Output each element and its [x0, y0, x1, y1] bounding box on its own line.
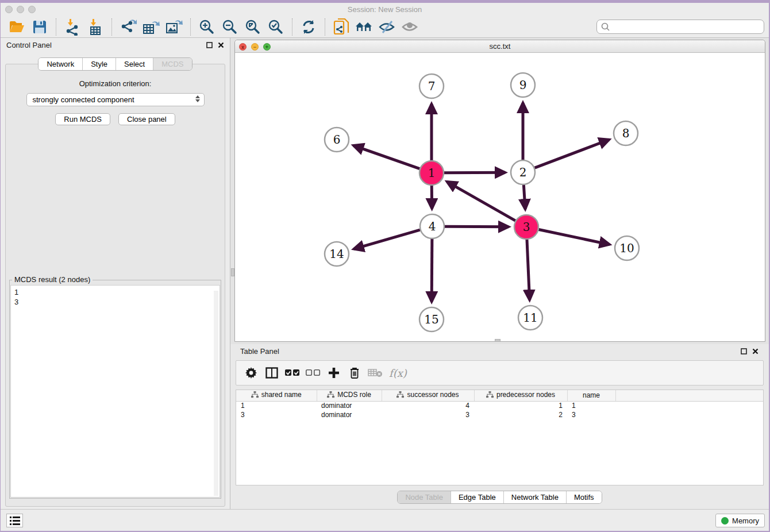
tab-motifs[interactable]: Motifs	[566, 491, 602, 503]
table-cell[interactable]: 1	[567, 401, 615, 410]
nested-networks-icon[interactable]	[355, 18, 374, 36]
close-window-icon[interactable]	[5, 6, 13, 13]
float-panel-icon[interactable]	[206, 42, 213, 48]
column-header-name[interactable]: name	[567, 390, 615, 401]
column-header-MCDS-role[interactable]: MCDS role	[317, 390, 382, 401]
network-maximize-icon[interactable]: +	[263, 43, 271, 51]
export-table-icon[interactable]	[141, 18, 161, 36]
graph-node-label-2: 2	[519, 165, 527, 179]
toolbar-separator	[56, 18, 56, 36]
close-panel-icon[interactable]	[218, 42, 224, 48]
graph-node-label-10: 10	[619, 241, 634, 255]
graph-edge-2-3[interactable]	[523, 185, 525, 209]
table-cell[interactable]: 3	[382, 410, 474, 419]
mcds-result-title: MCDS result (2 nodes)	[12, 275, 93, 284]
graph-edge-4-14[interactable]	[354, 230, 420, 249]
run-mcds-button[interactable]: Run MCDS	[55, 113, 110, 125]
graph-node-label-14: 14	[329, 247, 344, 261]
app-window: Session: New Session	[1, 3, 769, 531]
minimize-window-icon[interactable]	[17, 6, 24, 13]
tab-edge-table[interactable]: Edge Table	[451, 491, 503, 503]
zoom-selected-icon[interactable]	[266, 18, 286, 36]
import-network-icon[interactable]	[63, 18, 82, 36]
zoom-out-icon[interactable]	[220, 18, 240, 36]
float-table-panel-icon[interactable]	[741, 348, 747, 354]
tab-network[interactable]: Network	[38, 58, 82, 70]
result-line: 3	[14, 297, 216, 307]
table-row[interactable]: 3dominator323	[236, 410, 763, 419]
table-cell[interactable]: 3	[236, 410, 317, 419]
graph-edge-2-8[interactable]	[535, 140, 609, 168]
mcds-result-group: MCDS result (2 nodes) 1 3	[9, 280, 221, 499]
table-settings-icon[interactable]	[241, 364, 261, 381]
network-window-titlebar[interactable]: x − + scc.txt	[235, 40, 765, 53]
search-input[interactable]	[596, 20, 764, 34]
column-header-successor-nodes[interactable]: successor nodes	[382, 390, 474, 401]
graph-edge-4-15[interactable]	[432, 239, 432, 302]
graph-node-label-4: 4	[429, 219, 436, 233]
column-label: successor nodes	[407, 391, 459, 399]
table-cell[interactable]: 4	[382, 401, 474, 410]
window-title: Session: New Session	[1, 3, 769, 16]
graph-edge-3-10[interactable]	[539, 230, 610, 245]
save-session-icon[interactable]	[30, 18, 49, 36]
table-cell[interactable]: 2	[474, 410, 567, 419]
optimization-criterion-select[interactable]: strongly connected component	[26, 93, 205, 106]
table-cell[interactable]: 1	[474, 401, 567, 410]
zoom-in-icon[interactable]	[197, 18, 217, 36]
toggle-panel-icon[interactable]	[261, 364, 282, 381]
graph-edge-3-11[interactable]	[527, 240, 530, 300]
export-network-icon[interactable]	[118, 18, 138, 36]
table-cell[interactable]: dominator	[317, 401, 382, 410]
result-line: 1	[14, 287, 216, 297]
vertical-scrollbar-thumb[interactable]	[231, 268, 234, 276]
column-label: shared name	[261, 391, 302, 399]
result-scrollbar[interactable]	[214, 291, 218, 496]
column-header-predecessor-nodes[interactable]: predecessor nodes	[474, 390, 567, 401]
deselect-all-icon[interactable]	[303, 364, 324, 381]
network-minimize-icon[interactable]: −	[251, 43, 259, 51]
graph-edge-1-2[interactable]	[444, 172, 505, 173]
apply-function-icon[interactable]: f(x)	[389, 367, 407, 379]
fit-content-icon[interactable]	[243, 18, 263, 36]
graph-edge-4-3[interactable]	[445, 226, 509, 227]
close-table-panel-icon[interactable]	[752, 348, 759, 354]
table-cell[interactable]: 3	[567, 410, 615, 419]
copy-network-icon[interactable]	[332, 18, 351, 36]
column-header-shared-name[interactable]: shared name	[236, 390, 317, 401]
show-all-icon[interactable]	[401, 18, 420, 36]
zoom-window-icon[interactable]	[28, 6, 36, 13]
table-row[interactable]: 1dominator411	[236, 401, 763, 410]
optimization-criterion-label: Optimization criterion:	[6, 79, 225, 88]
delete-table-icon[interactable]	[365, 364, 386, 381]
table-cell[interactable]: dominator	[317, 410, 382, 419]
memory-button[interactable]: Memory	[715, 514, 765, 527]
import-table-icon[interactable]	[86, 18, 105, 36]
add-column-icon[interactable]	[324, 364, 344, 381]
network-close-icon[interactable]: x	[239, 43, 247, 51]
tab-node-table[interactable]: Node Table	[398, 491, 451, 503]
toolbar-separator	[325, 18, 325, 36]
network-canvas[interactable]: 7968124314101511	[235, 53, 765, 341]
table-panel-title: Table Panel	[240, 347, 279, 356]
open-file-icon[interactable]	[7, 18, 26, 36]
export-image-icon[interactable]	[164, 18, 184, 36]
table-cell[interactable]: 1	[236, 401, 317, 410]
graph-edge-3-1[interactable]	[447, 182, 515, 221]
tab-style[interactable]: Style	[82, 58, 116, 70]
tab-mcds[interactable]: MCDS	[153, 58, 191, 70]
hide-selected-icon[interactable]	[378, 18, 397, 36]
horizontal-scrollbar-thumb[interactable]	[495, 339, 500, 342]
task-history-button[interactable]	[6, 514, 23, 527]
mcds-result-text[interactable]: 1 3	[10, 285, 220, 498]
graph-edge-1-6[interactable]	[353, 145, 419, 168]
tab-select[interactable]: Select	[116, 58, 153, 70]
column-label: predecessor nodes	[496, 391, 555, 399]
apply-layout-icon[interactable]	[299, 18, 318, 36]
delete-column-icon[interactable]	[344, 364, 365, 381]
graph-node-label-1: 1	[428, 166, 436, 180]
close-panel-button[interactable]: Close panel	[118, 113, 175, 125]
mcds-panel: Optimization criterion: strongly connect…	[5, 64, 225, 507]
tab-network-table[interactable]: Network Table	[503, 491, 566, 503]
select-all-icon[interactable]	[282, 364, 303, 381]
